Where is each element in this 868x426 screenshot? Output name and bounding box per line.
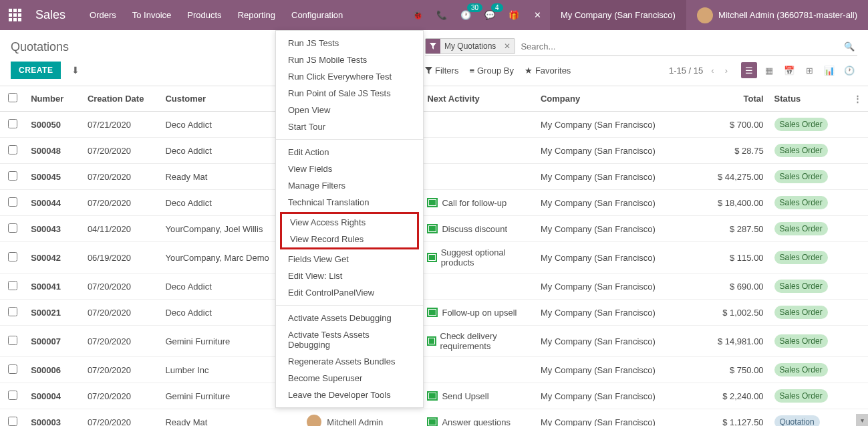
dev-menu-item[interactable]: Fields View Get <box>276 251 423 268</box>
dev-menu-item[interactable]: Manage Filters <box>276 177 423 194</box>
activity-icon[interactable] <box>427 198 438 207</box>
col-total[interactable]: Total <box>698 86 769 112</box>
row-checkbox[interactable] <box>8 171 17 181</box>
row-checkbox[interactable] <box>8 417 17 426</box>
dev-menu-item[interactable]: Regenerate Assets Bundles <box>276 353 423 370</box>
dev-menu-item[interactable]: Open View <box>276 102 423 118</box>
facet-label: My Quotations <box>440 41 500 51</box>
dev-menu-item[interactable]: Run Click Everywhere Test <box>276 68 423 85</box>
table-row[interactable]: S00043 04/11/2020 YourCompany, Joel Will… <box>0 216 868 242</box>
pager-next[interactable]: › <box>722 63 730 78</box>
row-checkbox[interactable] <box>8 391 17 400</box>
row-checkbox[interactable] <box>8 336 17 345</box>
row-checkbox[interactable] <box>8 145 17 154</box>
row-checkbox[interactable] <box>8 119 17 128</box>
activity-icon[interactable] <box>427 391 438 401</box>
activity-icon[interactable] <box>427 224 438 233</box>
user-menu[interactable]: Mitchell Admin (3660781-master-all) <box>686 0 868 30</box>
dev-tools-icon[interactable]: ✕ <box>526 0 550 30</box>
row-checkbox[interactable] <box>8 364 17 374</box>
dev-menu-item[interactable]: Run JS Tests <box>276 35 423 51</box>
dev-menu-item[interactable]: Edit View: List <box>276 268 423 284</box>
discuss-icon[interactable]: 💬4 <box>478 0 502 30</box>
phone-icon[interactable]: 📞 <box>430 0 454 30</box>
activity-icon[interactable] <box>427 308 438 317</box>
col-number[interactable]: Number <box>25 86 82 112</box>
table-row[interactable]: S00050 07/21/2020 Deco Addict Mitchell A… <box>0 112 868 138</box>
dev-menu-item[interactable]: Edit ControlPanelView <box>276 284 423 301</box>
cell-activity <box>422 138 535 164</box>
create-button[interactable]: CREATE <box>11 62 61 79</box>
table-row[interactable]: S00041 07/20/2020 Deco Addict Mitchell A… <box>0 274 868 300</box>
view-graph-icon[interactable]: 📊 <box>821 62 837 78</box>
col-status[interactable]: Status <box>769 86 847 112</box>
col-company[interactable]: Company <box>535 86 698 112</box>
search-icon[interactable]: 🔍 <box>841 41 857 51</box>
table-row[interactable]: S00006 07/20/2020 Lumber Inc Mitchell Ad… <box>0 357 868 383</box>
dev-menu-item[interactable]: Start Tour <box>276 118 423 135</box>
activity-text: Follow-up on upsell <box>442 308 517 318</box>
filters-button[interactable]: Filters <box>425 66 458 76</box>
table-row[interactable]: S00042 06/19/2020 YourCompany, Marc Demo… <box>0 242 868 274</box>
bug-icon[interactable]: 🐞 <box>406 0 430 30</box>
view-pivot-icon[interactable]: ⊞ <box>801 62 817 78</box>
nav-to-invoice[interactable]: To Invoice <box>124 0 180 30</box>
row-checkbox[interactable] <box>8 223 17 233</box>
search-input[interactable] <box>515 39 841 54</box>
view-kanban-icon[interactable]: ▦ <box>761 62 777 78</box>
nav-orders[interactable]: Orders <box>82 0 124 30</box>
col-options-icon[interactable]: ⋮ <box>847 86 868 112</box>
row-checkbox[interactable] <box>8 281 17 290</box>
activity-icon[interactable] <box>427 417 438 426</box>
brand[interactable]: Sales <box>30 8 82 22</box>
table-row[interactable]: S00004 07/20/2020 Gemini Furniture Mitch… <box>0 383 868 409</box>
row-checkbox[interactable] <box>8 252 17 261</box>
col-activity[interactable]: Next Activity <box>422 86 535 112</box>
group-by-button[interactable]: ≡ Group By <box>469 66 514 76</box>
cell-company: My Company (San Francisco) <box>535 216 698 242</box>
table-row[interactable]: S00021 07/20/2020 Deco Addict Mitchell A… <box>0 300 868 326</box>
activity-icon[interactable] <box>427 336 436 346</box>
company-switcher[interactable]: My Company (San Francisco) <box>550 0 686 30</box>
select-all-checkbox[interactable] <box>8 93 17 102</box>
dev-menu-item[interactable]: Leave the Developer Tools <box>276 387 423 403</box>
activities-icon[interactable]: 🕐30 <box>454 0 478 30</box>
dev-menu-item[interactable]: View Record Rules <box>282 231 417 247</box>
dev-menu-item[interactable]: Run Point of Sale JS Tests <box>276 85 423 102</box>
dev-menu-item[interactable]: Become Superuser <box>276 370 423 387</box>
pager-prev[interactable]: ‹ <box>708 63 716 78</box>
table-row[interactable]: S00045 07/20/2020 Ready Mat Mitchell Adm… <box>0 164 868 190</box>
cell-number: S00041 <box>25 274 82 300</box>
table-row[interactable]: S00044 07/20/2020 Deco Addict Mitchell A… <box>0 190 868 216</box>
scroll-down-icon[interactable]: ▾ <box>856 414 868 426</box>
cell-activity <box>422 112 535 138</box>
cell-company: My Company (San Francisco) <box>535 326 698 357</box>
nav-products[interactable]: Products <box>179 0 229 30</box>
activity-icon[interactable] <box>427 253 436 262</box>
cell-company: My Company (San Francisco) <box>535 274 698 300</box>
table-row[interactable]: S00048 07/20/2020 Deco Addict Mitchell A… <box>0 138 868 164</box>
view-calendar-icon[interactable]: 📅 <box>781 62 797 78</box>
row-checkbox[interactable] <box>8 307 17 316</box>
table-row[interactable]: S00003 07/20/2020 Ready Mat Mitchell Adm… <box>0 409 868 427</box>
pager-value[interactable]: 1-15 / 15 <box>669 66 703 76</box>
view-list-icon[interactable]: ☰ <box>741 62 757 78</box>
row-checkbox[interactable] <box>8 197 17 207</box>
dev-menu-item[interactable]: Run JS Mobile Tests <box>276 51 423 68</box>
dev-menu-item[interactable]: Activate Tests Assets Debugging <box>276 326 423 353</box>
dev-menu-item[interactable]: View Access Rights <box>282 214 417 231</box>
dev-menu-item[interactable]: Edit Action <box>276 144 423 161</box>
nav-configuration[interactable]: Configuration <box>283 0 351 30</box>
download-icon[interactable]: ⬇ <box>66 65 85 76</box>
gift-icon[interactable]: 🎁 <box>502 0 526 30</box>
nav-reporting[interactable]: Reporting <box>230 0 283 30</box>
apps-icon[interactable] <box>0 9 30 21</box>
table-row[interactable]: S00007 07/20/2020 Gemini Furniture Mitch… <box>0 326 868 357</box>
favorites-button[interactable]: ★ Favorites <box>525 66 571 76</box>
dev-menu-item[interactable]: Technical Translation <box>276 194 423 211</box>
facet-remove[interactable]: ✕ <box>500 41 515 51</box>
view-activity-icon[interactable]: 🕐 <box>841 62 857 78</box>
col-date[interactable]: Creation Date <box>82 86 160 112</box>
dev-menu-item[interactable]: View Fields <box>276 161 423 177</box>
dev-menu-item[interactable]: Activate Assets Debugging <box>276 310 423 326</box>
